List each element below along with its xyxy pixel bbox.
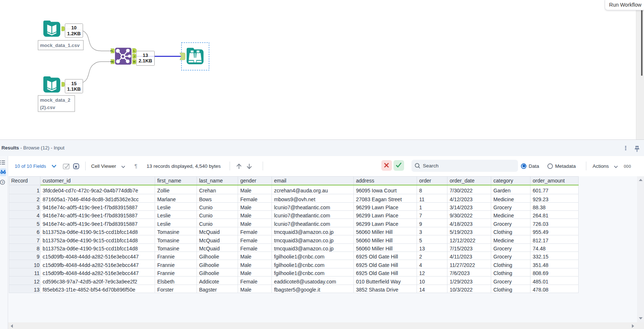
svg-text:10: 10: [71, 25, 76, 30]
svg-text:1.1KB: 1.1KB: [67, 86, 81, 92]
svg-text:?: ?: [1, 180, 4, 184]
svg-text:13: 13: [143, 53, 148, 58]
svg-text:1.2KB: 1.2KB: [67, 31, 81, 36]
svg-text:J: J: [133, 55, 135, 58]
svg-text:R: R: [133, 60, 136, 64]
svg-text:mock_data_1.csv: mock_data_1.csv: [40, 43, 80, 48]
svg-text:2.1KB: 2.1KB: [138, 58, 152, 64]
svg-text:mock_data_2: mock_data_2: [40, 97, 70, 103]
svg-text:15: 15: [71, 81, 76, 86]
svg-text:L: L: [133, 49, 135, 53]
svg-text:(2).csv: (2).csv: [40, 105, 55, 110]
svg-text:R: R: [112, 60, 114, 64]
svg-text:L: L: [112, 49, 114, 53]
